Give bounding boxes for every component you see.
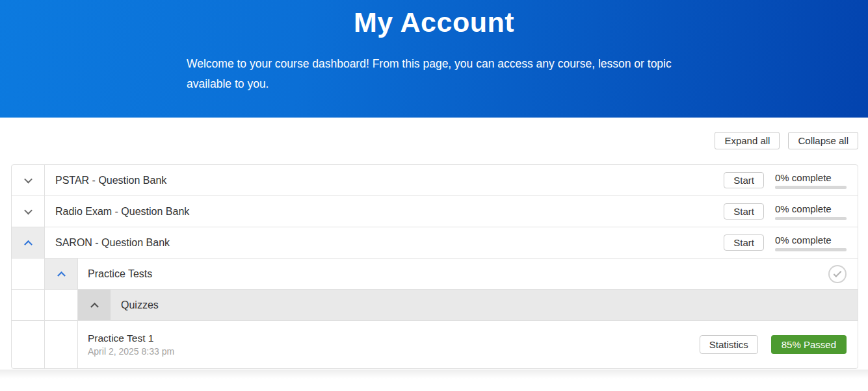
course-progress: 0% complete: [775, 203, 847, 220]
course-progress: 0% complete: [775, 172, 847, 189]
welcome-line-1: Welcome to your course dashboard! From t…: [187, 54, 868, 74]
course-row-radio-exam: Radio Exam - Question Bank Start 0% comp…: [12, 196, 858, 227]
course-actions: Start 0% complete: [724, 227, 858, 258]
progress-label: 0% complete: [775, 172, 847, 183]
quiz-actions: Statistics 85% Passed: [700, 321, 858, 368]
course-title-link[interactable]: Radio Exam - Question Bank: [45, 196, 724, 227]
check-mark-icon: [834, 269, 842, 277]
course-row-saron: SARON - Question Bank Start 0% complete: [12, 227, 858, 259]
quiz-title: Practice Test 1: [88, 333, 700, 344]
collapse-toggle[interactable]: [78, 290, 111, 320]
indent-spacer: [45, 321, 78, 368]
welcome-text: Welcome to your course dashboard! From t…: [187, 54, 868, 94]
statistics-button[interactable]: Statistics: [700, 335, 758, 354]
course-row-pstar: PSTAR - Question Bank Start 0% complete: [12, 165, 858, 196]
chevron-up-icon: [57, 271, 66, 280]
quiz-title-link[interactable]: Practice Test 1 April 2, 2025 8:33 pm: [78, 321, 700, 368]
collapse-toggle[interactable]: [12, 227, 45, 258]
indent-spacer: [45, 290, 78, 320]
progress-bar: [775, 248, 847, 251]
chevron-up-icon: [24, 240, 33, 249]
page-title: My Account: [0, 6, 868, 38]
start-button[interactable]: Start: [724, 203, 764, 220]
chevron-down-icon: [24, 175, 33, 184]
course-title-link[interactable]: PSTAR - Question Bank: [45, 165, 724, 196]
chevron-down-icon: [24, 207, 33, 215]
collapse-toggle[interactable]: [45, 259, 78, 289]
page-bottom-shadow: [0, 370, 868, 379]
course-progress: 0% complete: [775, 234, 847, 251]
expand-all-button[interactable]: Expand all: [715, 132, 780, 149]
chevron-up-icon: [90, 303, 99, 311]
incomplete-check-icon: [828, 265, 847, 283]
course-list: PSTAR - Question Bank Start 0% complete …: [11, 164, 858, 369]
lesson-title-link[interactable]: Practice Tests: [78, 259, 828, 289]
progress-label: 0% complete: [775, 203, 847, 214]
collapse-all-button[interactable]: Collapse all: [788, 132, 858, 149]
start-button[interactable]: Start: [724, 172, 764, 188]
page-header: My Account Welcome to your course dashbo…: [0, 0, 868, 118]
quiz-result-badge: 85% Passed: [771, 335, 847, 354]
expand-toolbar: Expand all Collapse all: [11, 132, 858, 149]
course-actions: Start 0% complete: [724, 196, 858, 227]
quiz-date: April 2, 2025 8:33 pm: [88, 346, 700, 357]
lesson-status: [828, 259, 858, 289]
progress-label: 0% complete: [775, 234, 847, 246]
dashboard-content: Expand all Collapse all PSTAR - Question…: [0, 132, 868, 369]
section-row-quizzes: Quizzes: [12, 290, 858, 321]
expand-toggle[interactable]: [12, 196, 45, 227]
course-actions: Start 0% complete: [724, 165, 858, 196]
indent-spacer: [12, 259, 45, 289]
start-button[interactable]: Start: [724, 234, 764, 251]
progress-bar: [775, 217, 847, 220]
lesson-row-practice-tests: Practice Tests: [12, 259, 858, 290]
expand-toggle[interactable]: [12, 165, 45, 196]
welcome-line-2: available to you.: [187, 74, 868, 94]
quiz-row-practice-test-1: Practice Test 1 April 2, 2025 8:33 pm St…: [12, 321, 858, 368]
progress-bar: [775, 186, 847, 189]
section-title: Quizzes: [111, 290, 159, 320]
indent-spacer: [12, 290, 45, 320]
section-band: Quizzes: [78, 290, 858, 320]
indent-spacer: [12, 321, 45, 368]
course-title-link[interactable]: SARON - Question Bank: [45, 227, 724, 258]
